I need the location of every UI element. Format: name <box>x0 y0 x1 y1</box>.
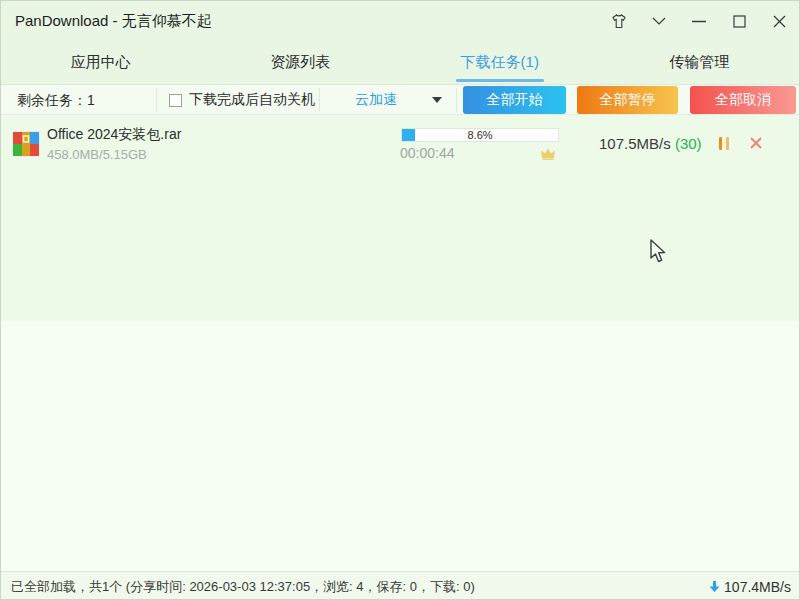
titlebar: PanDownload - 无言仰慕不起 <box>1 1 799 41</box>
mouse-cursor <box>649 239 669 265</box>
task-cancel-button[interactable] <box>749 136 763 150</box>
task-pause-button[interactable] <box>719 137 730 150</box>
minimize-icon[interactable] <box>679 1 719 41</box>
shutdown-checkbox-label: 下载完成后自动关机 <box>189 91 315 109</box>
cloud-accelerate-dropdown[interactable]: 云加速 <box>331 85 456 115</box>
download-task-row[interactable]: Office 2024安装包.rar 458.0MB/5.15GB 8.6% 0… <box>1 115 799 176</box>
task-filename: Office 2024安装包.rar <box>47 126 181 144</box>
remaining-tasks-label: 剩余任务：1 <box>17 85 95 115</box>
task-speed: 107.5MB/s (30) <box>599 135 702 152</box>
thread-count: (30) <box>675 135 702 152</box>
window-controls <box>599 1 799 41</box>
task-elapsed-time: 00:00:44 <box>400 145 455 161</box>
speed-value: 107.5MB/s <box>599 135 671 152</box>
active-tab-underline <box>456 79 544 82</box>
toolbar: 剩余任务：1 下载完成后自动关机 云加速 全部开始 全部暂停 全部取消 <box>1 85 799 115</box>
skin-shirt-icon[interactable] <box>599 1 639 41</box>
tab-label: 应用中心 <box>71 53 131 72</box>
close-icon[interactable] <box>759 1 799 41</box>
task-size: 458.0MB/5.15GB <box>47 147 147 162</box>
cloud-accelerate-label: 云加速 <box>355 91 397 109</box>
tab-bar: 应用中心 资源列表 下载任务(1) 传输管理 <box>1 41 799 85</box>
app-window: PanDownload - 无言仰慕不起 <box>0 0 800 600</box>
progress-bar: 8.6% <box>401 128 559 142</box>
toolbar-separator <box>456 88 457 112</box>
tab-download-tasks[interactable]: 下载任务(1) <box>400 41 600 84</box>
tab-resource-list[interactable]: 资源列表 <box>201 41 401 84</box>
cancel-all-button[interactable]: 全部取消 <box>690 86 796 114</box>
tab-label: 传输管理 <box>669 53 729 72</box>
download-arrow-icon <box>709 580 720 593</box>
vip-crown-icon <box>540 147 556 160</box>
chevron-down-icon[interactable] <box>639 1 679 41</box>
tab-transfer-manage[interactable]: 传输管理 <box>600 41 800 84</box>
pause-all-button[interactable]: 全部暂停 <box>577 86 678 114</box>
status-bar: 已全部加载，共1个 (分享时间: 2026-03-03 12:37:05，浏览:… <box>1 571 799 600</box>
winrar-archive-icon <box>11 129 41 159</box>
global-speed: 107.4MB/s <box>709 579 791 595</box>
status-summary: 已全部加载，共1个 (分享时间: 2026-03-03 12:37:05，浏览:… <box>11 578 475 596</box>
caret-down-icon <box>432 97 442 103</box>
window-title: PanDownload - 无言仰慕不起 <box>15 12 212 31</box>
shutdown-option[interactable]: 下载完成后自动关机 <box>169 85 315 115</box>
toolbar-separator <box>319 88 320 112</box>
maximize-icon[interactable] <box>719 1 759 41</box>
tab-label: 资源列表 <box>270 53 330 72</box>
shutdown-checkbox[interactable] <box>169 94 182 107</box>
tab-app-center[interactable]: 应用中心 <box>1 41 201 84</box>
start-all-button[interactable]: 全部开始 <box>463 86 566 114</box>
tab-label: 下载任务(1) <box>461 53 539 72</box>
progress-percent: 8.6% <box>402 129 558 141</box>
toolbar-separator <box>156 88 157 112</box>
empty-list-area <box>1 321 799 571</box>
total-speed-value: 107.4MB/s <box>724 579 791 595</box>
